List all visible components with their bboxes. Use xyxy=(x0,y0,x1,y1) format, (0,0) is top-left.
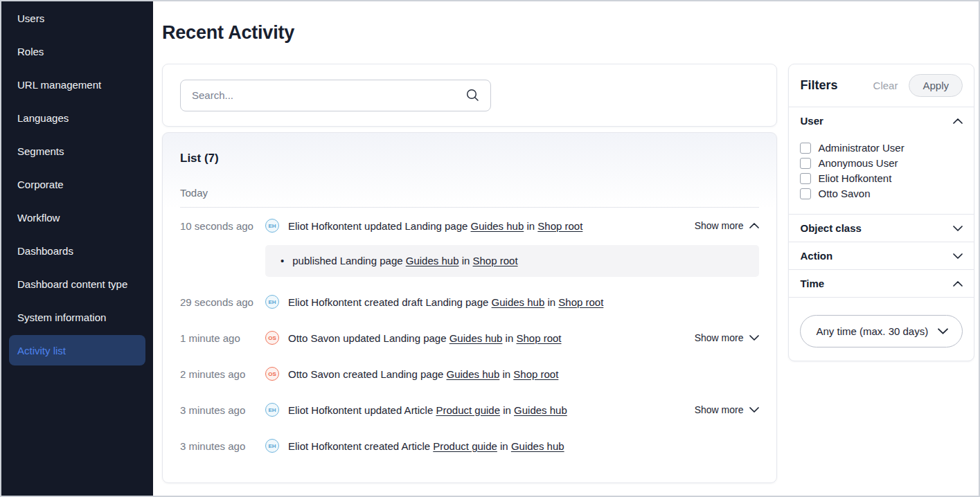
activity-timestamp: 10 seconds ago xyxy=(180,220,265,232)
activity-row: 10 seconds ago EH Eliot Hofkontent updat… xyxy=(180,208,759,244)
bullet-icon: • xyxy=(280,255,284,266)
filters-title: Filters xyxy=(800,78,837,93)
filter-option-label: Administrator User xyxy=(818,142,904,154)
filter-option[interactable]: Eliot Hofkontent xyxy=(800,172,963,184)
filter-section-time: Time Any time (max. 30 days) xyxy=(789,269,974,361)
chevron-down-icon xyxy=(953,253,963,259)
user-filter-options: Administrator User Anonymous User Eliot … xyxy=(789,134,974,214)
chevron-up-icon xyxy=(953,118,963,124)
sidebar-item-segments[interactable]: Segments xyxy=(1,134,153,168)
chevron-down-icon xyxy=(749,407,759,413)
search-card xyxy=(162,64,777,127)
location-link[interactable]: Guides hub xyxy=(514,404,567,416)
sidebar-item-languages[interactable]: Languages xyxy=(1,101,153,134)
avatar: EH xyxy=(265,295,279,309)
filter-option[interactable]: Otto Savon xyxy=(800,188,963,199)
sidebar-item-url-management[interactable]: URL management xyxy=(1,68,153,101)
time-range-select[interactable]: Any time (max. 30 days) xyxy=(800,315,963,347)
time-filter-body: Any time (max. 30 days) xyxy=(789,298,974,361)
chevron-down-icon xyxy=(953,226,963,231)
group-label-today: Today xyxy=(180,187,759,199)
sidebar-item-roles[interactable]: Roles xyxy=(1,35,153,68)
filters-panel: Filters Clear Apply User xyxy=(788,64,974,361)
activity-row: 2 minutes ago OS Otto Savon created Land… xyxy=(180,356,759,392)
chevron-up-icon xyxy=(749,223,759,228)
avatar: EH xyxy=(265,439,279,453)
activity-row: 1 minute ago OS Otto Savon updated Landi… xyxy=(180,320,759,356)
content-link[interactable]: Product guide xyxy=(433,440,497,452)
activity-timestamp: 2 minutes ago xyxy=(180,368,265,380)
filter-section-object-class-toggle[interactable]: Object class xyxy=(789,215,974,242)
filters-header: Filters Clear Apply xyxy=(789,64,974,107)
activity-timestamp: 3 minutes ago xyxy=(180,404,265,416)
show-more-button[interactable]: Show more xyxy=(695,404,760,415)
location-link[interactable]: Guides hub xyxy=(511,440,564,452)
search-icon[interactable] xyxy=(466,89,479,102)
filter-section-label: Time xyxy=(800,278,824,289)
chevron-down-icon xyxy=(938,328,948,334)
filter-section-action-toggle[interactable]: Action xyxy=(789,242,974,269)
show-more-button[interactable]: Show more xyxy=(695,332,760,343)
search-box xyxy=(180,80,491,111)
sidebar-item-corporate[interactable]: Corporate xyxy=(1,168,153,201)
sidebar-item-activity-list[interactable]: Activity list xyxy=(9,335,145,365)
activity-row: 3 minutes ago EH Eliot Hofkontent update… xyxy=(180,392,759,428)
content-link[interactable]: Guides hub xyxy=(449,332,503,344)
sidebar-item-workflow[interactable]: Workflow xyxy=(1,201,153,234)
activity-text: Eliot Hofkontent updated Landing page Gu… xyxy=(288,220,582,232)
location-link[interactable]: Shop root xyxy=(537,220,582,232)
avatar: OS xyxy=(265,331,279,345)
location-link[interactable]: Shop root xyxy=(558,296,603,308)
activity-timestamp: 3 minutes ago xyxy=(180,440,265,452)
avatar: EH xyxy=(265,403,279,417)
sidebar-item-users[interactable]: Users xyxy=(1,1,153,35)
checkbox[interactable] xyxy=(800,158,811,169)
content-link[interactable]: Guides hub xyxy=(447,368,500,380)
clear-button[interactable]: Clear xyxy=(873,80,898,91)
filter-section-user-toggle[interactable]: User xyxy=(789,107,974,134)
location-link[interactable]: Shop root xyxy=(516,332,561,344)
activity-text: Eliot Hofkontent created Article Product… xyxy=(288,440,564,452)
activity-text: Eliot Hofkontent updated Article Product… xyxy=(288,404,567,416)
activity-text: Otto Savon created Landing page Guides h… xyxy=(288,368,558,380)
avatar: OS xyxy=(265,367,279,381)
activity-text: Otto Savon updated Landing page Guides h… xyxy=(288,332,562,344)
chevron-up-icon xyxy=(953,281,963,287)
activity-timestamp: 29 seconds ago xyxy=(180,296,265,308)
list-title: List (7) xyxy=(180,152,759,165)
filter-option[interactable]: Administrator User xyxy=(800,142,963,154)
filter-section-label: User xyxy=(800,115,823,127)
filter-section-action: Action xyxy=(789,242,974,269)
sidebar: Users Roles URL management Languages Seg… xyxy=(1,1,153,496)
activity-list-card: List (7) Today 10 seconds ago EH Eliot H… xyxy=(162,132,777,483)
content-link[interactable]: Product guide xyxy=(436,404,500,416)
show-more-button[interactable]: Show more xyxy=(695,220,760,231)
time-range-value: Any time (max. 30 days) xyxy=(816,325,928,337)
location-link[interactable]: Shop root xyxy=(513,368,558,380)
checkbox[interactable] xyxy=(800,143,811,154)
content-link[interactable]: Guides hub xyxy=(492,296,545,308)
location-link[interactable]: Shop root xyxy=(473,255,518,266)
filter-section-label: Action xyxy=(800,250,832,262)
activity-page: Users Roles URL management Languages Seg… xyxy=(0,0,980,497)
checkbox[interactable] xyxy=(800,188,811,199)
filter-option-label: Anonymous User xyxy=(818,157,898,169)
filter-option[interactable]: Anonymous User xyxy=(800,157,963,169)
filter-section-object-class: Object class xyxy=(789,214,974,242)
sidebar-item-dashboard-content-type[interactable]: Dashboard content type xyxy=(1,267,153,300)
filter-option-label: Otto Savon xyxy=(818,188,870,199)
activity-timestamp: 1 minute ago xyxy=(180,332,265,344)
sidebar-item-system-information[interactable]: System information xyxy=(1,300,153,334)
checkbox[interactable] xyxy=(800,173,811,184)
content-link[interactable]: Guides hub xyxy=(471,220,524,232)
sidebar-item-dashboards[interactable]: Dashboards xyxy=(1,234,153,267)
chevron-down-icon xyxy=(749,335,759,341)
activity-row: 29 seconds ago EH Eliot Hofkontent creat… xyxy=(180,284,759,320)
activity-detail-text: •published Landing page Guides hub in Sh… xyxy=(280,255,518,266)
activity-column: List (7) Today 10 seconds ago EH Eliot H… xyxy=(162,64,777,483)
apply-button[interactable]: Apply xyxy=(909,74,963,97)
content-link[interactable]: Guides hub xyxy=(406,255,459,266)
filter-section-time-toggle[interactable]: Time xyxy=(789,270,974,298)
search-input[interactable] xyxy=(192,89,466,101)
activity-detail-box: •published Landing page Guides hub in Sh… xyxy=(265,245,759,277)
